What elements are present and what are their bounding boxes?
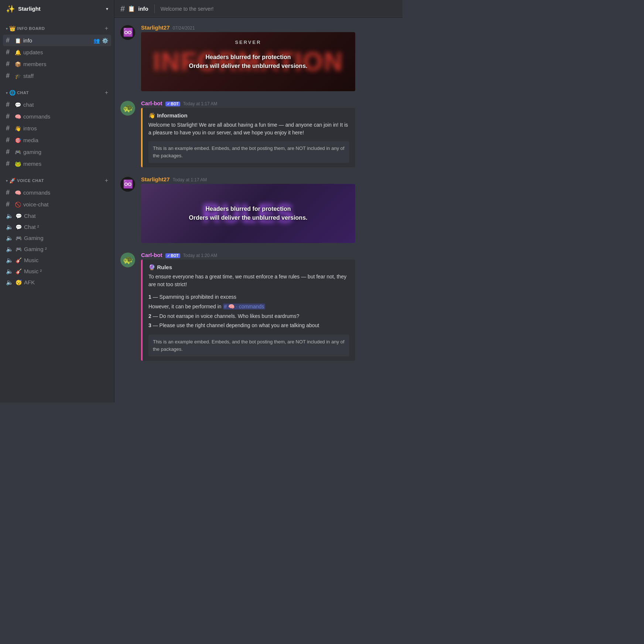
- voice-channel-name-music: Music: [24, 257, 38, 263]
- channel-item-staff[interactable]: # 🎓 staff: [3, 70, 111, 82]
- channel-item-info[interactable]: # 📋 info 👥 ⚙️: [3, 35, 111, 46]
- blurred-image-2: RULES Headers blurred for protection Ord…: [141, 184, 355, 243]
- message-content-4: Carl-bot ✓ BOT Today at 1:20 AM 🔮 Rules …: [141, 252, 397, 361]
- message-group-1: ♾️ Starlight27 07/24/2021 INFORMATION SE…: [120, 24, 397, 92]
- channel-item-vc-voice-chat[interactable]: # 🚫 voice-chat: [3, 199, 111, 210]
- hash-icon: #: [6, 201, 13, 208]
- channel-name-chat: chat: [23, 102, 108, 108]
- channel-emoji-memes: 🐸: [15, 161, 21, 167]
- channel-item-intros[interactable]: # 👋 intros: [3, 123, 111, 134]
- avatar-starlight27: ♾️: [120, 25, 135, 40]
- speaker-icon: 🔈: [6, 257, 13, 264]
- channel-header-name: info: [138, 6, 148, 12]
- message-group-3: ♾️ Starlight27 Today at 1:17 AM RULES He…: [120, 175, 397, 244]
- speaker-icon: 🔈: [6, 279, 13, 286]
- hash-icon: #: [6, 37, 13, 44]
- voice-channel-chat2[interactable]: 🔈 💬 Chat ²: [3, 222, 111, 232]
- add-channel-icon[interactable]: +: [105, 25, 108, 32]
- category-header-chat[interactable]: ▾ 🌐 CHAT +: [3, 88, 111, 97]
- channel-topic: Welcome to the server!: [161, 6, 214, 12]
- bot-label: BOT: [171, 102, 179, 106]
- embed-rules: 🔮 Rules To ensure everyone has a great t…: [141, 260, 355, 361]
- add-member-icon[interactable]: 👥: [93, 38, 100, 44]
- server-header[interactable]: ✨ Starlight ▾: [0, 0, 114, 18]
- blur-line1-2: Headers blurred for protection: [205, 205, 291, 213]
- embed-desc-rules: To ensure everyone has a great time, we …: [148, 273, 349, 288]
- channel-emoji-chat: 💬: [15, 102, 21, 108]
- channel-actions: 👥 ⚙️: [93, 38, 108, 44]
- channel-emoji-intros: 👋: [15, 126, 21, 131]
- channel-item-gaming[interactable]: # 🎮 gaming: [3, 146, 111, 158]
- category-header-voice-chat[interactable]: ▾ 🚀 VOICE CHAT +: [3, 176, 111, 185]
- voice-channel-name-chat2: Chat ²: [24, 224, 39, 230]
- voice-channel-gaming2[interactable]: 🔈 🎮 Gaming ²: [3, 244, 111, 254]
- embed-title-info: 👋 Information: [148, 112, 349, 119]
- message-content-3: Starlight27 Today at 1:17 AM RULES Heade…: [141, 176, 397, 243]
- channel-item-memes[interactable]: # 🐸 memes: [3, 158, 111, 169]
- server-icon: ✨: [6, 4, 15, 13]
- avatar-carlbot-2: 🐢: [120, 253, 135, 267]
- blur-line1-1: Headers blurred for protection: [205, 53, 291, 62]
- channel-item-chat[interactable]: # 💬 chat: [3, 99, 111, 110]
- channel-header-icon: 📋: [128, 5, 135, 12]
- channel-item-updates[interactable]: # 🔔 updates: [3, 47, 111, 58]
- message-author-1: Starlight27: [141, 24, 170, 31]
- chevron-down-icon: ▾: [106, 6, 108, 11]
- channel-emoji-updates: 🔔: [15, 49, 21, 55]
- message-timestamp-4: Today at 1:20 AM: [183, 253, 217, 258]
- embed-inner-rules: This is an example embed. Embeds, and th…: [148, 335, 349, 356]
- channel-emoji-gaming: 🎮: [15, 149, 21, 155]
- category-icon-voice: 🚀: [9, 178, 16, 184]
- add-channel-icon[interactable]: +: [105, 89, 108, 96]
- category-header-info-board[interactable]: ▾ 👑 INFO BOARD +: [3, 24, 111, 33]
- header-divider: [154, 4, 155, 13]
- hash-icon: #: [6, 60, 13, 68]
- add-channel-icon[interactable]: +: [105, 177, 108, 184]
- blur-overlay-1: Headers blurred for protection Orders wi…: [141, 32, 355, 91]
- voice-channel-chat[interactable]: 🔈 💬 Chat: [3, 210, 111, 221]
- channel-mention-commands: # 🧠 · commands: [223, 304, 266, 309]
- checkmark-icon: ✓: [167, 254, 170, 258]
- rules-list: 1 — Spamming is prohibited in excess How…: [148, 293, 349, 330]
- checkmark-icon: ✓: [167, 102, 170, 106]
- settings-icon[interactable]: ⚙️: [102, 38, 108, 44]
- channel-emoji-staff: 🎓: [15, 73, 21, 79]
- message-content-1: Starlight27 07/24/2021 INFORMATION SERVE…: [141, 24, 397, 91]
- message-content-2: Carl-bot ✓ BOT Today at 1:17 AM 👋 Inform…: [141, 100, 397, 167]
- message-author-3: Starlight27: [141, 176, 170, 182]
- channel-item-commands[interactable]: # 🧠 commands: [3, 111, 111, 122]
- blur-line2-2: Orders will deliver the unblurred versio…: [189, 213, 308, 222]
- speaker-icon: 🔈: [6, 246, 13, 253]
- channel-name-staff: staff: [23, 73, 108, 79]
- rule-1b: However, it can be performed in # 🧠 · co…: [148, 302, 349, 311]
- message-group-2: 🐢 Carl-bot ✓ BOT Today at 1:17 AM 👋 Info…: [120, 99, 397, 168]
- voice-channel-gaming[interactable]: 🔈 🎮 Gaming: [3, 233, 111, 243]
- embed-desc-info: Welcome to Starlight! We are all about h…: [148, 121, 349, 137]
- embed-information: 👋 Information Welcome to Starlight! We a…: [141, 108, 355, 167]
- category-icon-chat: 🌐: [9, 90, 16, 96]
- channel-item-media[interactable]: # 🎯 media: [3, 134, 111, 146]
- channel-emoji-vc-gaming: 🎮: [16, 235, 22, 241]
- channel-emoji-info: 📋: [15, 38, 21, 44]
- channel-item-members[interactable]: # 📦 members: [3, 58, 111, 70]
- category-icon-info-board: 👑: [9, 25, 16, 31]
- channel-emoji-vc-music: 🎸: [16, 257, 22, 263]
- channel-emoji-vc-chat: 💬: [16, 213, 22, 219]
- voice-channel-name-music2: Music ²: [24, 268, 42, 274]
- category-info-board: ▾ 👑 INFO BOARD + # 📋 info 👥 ⚙️ # 🔔 updat…: [0, 24, 114, 82]
- channel-emoji-vc-chat2: 💬: [16, 224, 22, 230]
- message-timestamp-1: 07/24/2021: [173, 25, 195, 31]
- voice-channel-music[interactable]: 🔈 🎸 Music: [3, 255, 111, 266]
- channel-name-memes: memes: [23, 161, 108, 167]
- channel-emoji-commands: 🧠: [15, 114, 21, 120]
- rule-3: 3 — Please use the right channel dependi…: [148, 321, 349, 330]
- speaker-icon: 🔈: [6, 268, 13, 275]
- voice-channel-music2[interactable]: 🔈 🎸 Music ²: [3, 266, 111, 277]
- category-arrow-icon: ▾: [6, 179, 8, 183]
- channel-item-vc-commands[interactable]: # 🧠 commands: [3, 187, 111, 198]
- voice-channel-afk[interactable]: 🔈 😴 AFK: [3, 277, 111, 288]
- embed-inner-info: This is an example embed. Embeds, and th…: [148, 141, 349, 163]
- main-layout: ▾ 👑 INFO BOARD + # 📋 info 👥 ⚙️ # 🔔 updat…: [0, 18, 402, 402]
- message-timestamp-2: Today at 1:17 AM: [183, 101, 217, 106]
- category-arrow-icon: ▾: [6, 27, 8, 31]
